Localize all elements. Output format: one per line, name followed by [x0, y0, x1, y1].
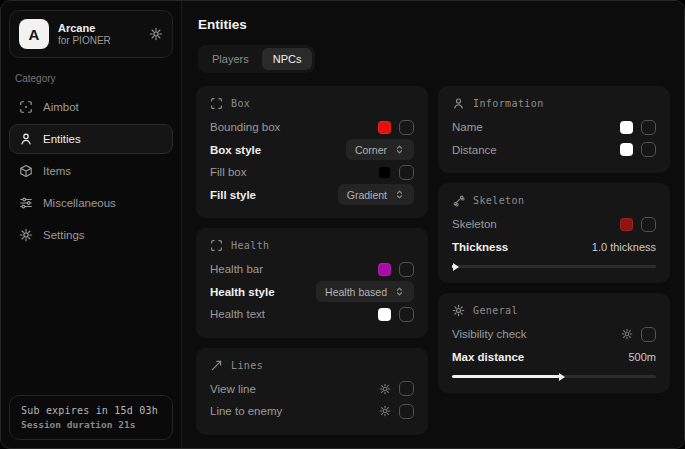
card-title: Skeleton — [473, 195, 524, 206]
sidebar: A Arcane for PIONER Category Aimbot — [1, 1, 182, 448]
corner-brackets-icon — [210, 97, 223, 110]
setting-label: Health text — [210, 308, 265, 320]
thickness-value: 1.0 thickness — [592, 241, 656, 253]
setting-label: Bounding box — [210, 121, 280, 133]
slider-fill — [452, 375, 560, 378]
setting-row: Name — [452, 116, 656, 139]
setting-row: View line — [210, 378, 414, 401]
gear-icon[interactable] — [621, 328, 633, 340]
setting-row: Fill style Gradient — [210, 184, 414, 207]
distance-checkbox[interactable] — [641, 142, 656, 157]
sidebar-item-miscellaneous[interactable]: Miscellaneous — [9, 188, 173, 218]
gear-icon — [452, 304, 465, 317]
setting-label: Name — [452, 121, 483, 133]
card-title: General — [473, 305, 518, 316]
bone-icon — [452, 194, 465, 207]
unfold-icon — [394, 144, 405, 155]
card-title: Information — [473, 98, 544, 109]
gear-icon[interactable] — [379, 405, 391, 417]
setting-row: Distance — [452, 139, 656, 162]
subscription-info: Sub expires in 15d 03h Session duration … — [9, 395, 173, 440]
name-checkbox[interactable] — [641, 120, 656, 135]
setting-row: Visibility check — [452, 323, 656, 346]
box-card: Box Bounding box Box style Corner — [196, 86, 428, 218]
setting-row: Thickness 1.0 thickness — [452, 236, 656, 259]
box-card-header: Box — [210, 97, 414, 110]
setting-label: Health bar — [210, 263, 263, 275]
fill-style-select[interactable]: Gradient — [338, 184, 414, 205]
unfold-icon — [394, 189, 405, 200]
visibility-check-checkbox[interactable] — [641, 327, 656, 342]
setting-row: Box style Corner — [210, 139, 414, 162]
sub-expires-text: Sub expires in 15d 03h — [21, 405, 161, 416]
app-header: A Arcane for PIONER — [9, 10, 173, 58]
sidebar-item-label: Entities — [43, 133, 81, 145]
diagonal-line-icon — [210, 359, 223, 372]
general-card: General Visibility check Max distance — [438, 293, 670, 393]
slider-handle[interactable] — [453, 263, 459, 271]
color-swatch[interactable] — [378, 263, 391, 276]
gear-icon[interactable] — [149, 27, 163, 41]
right-column: Information Name Distance — [438, 86, 670, 393]
person-icon — [452, 97, 465, 110]
select-value: Corner — [355, 144, 387, 156]
card-title: Box — [231, 98, 250, 109]
health-style-select[interactable]: Health based — [316, 281, 414, 302]
color-swatch[interactable] — [620, 143, 633, 156]
slider-handle[interactable] — [559, 373, 565, 381]
box-style-select[interactable]: Corner — [346, 139, 414, 160]
setting-label: Health style — [210, 286, 275, 298]
color-swatch[interactable] — [378, 308, 391, 321]
lines-card-header: Lines — [210, 359, 414, 372]
sidebar-item-label: Aimbot — [43, 101, 79, 113]
tab-players[interactable]: Players — [201, 48, 260, 70]
thickness-slider[interactable] — [452, 265, 656, 268]
color-swatch[interactable] — [620, 121, 633, 134]
general-card-header: General — [452, 304, 656, 317]
color-swatch[interactable] — [378, 166, 391, 179]
view-line-checkbox[interactable] — [399, 381, 414, 396]
aimbot-crosshair-icon — [19, 100, 33, 114]
arcane-window: A Arcane for PIONER Category Aimbot — [0, 0, 685, 449]
main-panel: Entities Players NPCs Box Bounding box — [182, 1, 684, 448]
setting-row: Bounding box — [210, 116, 414, 139]
unfold-icon — [394, 286, 405, 297]
skeleton-card-header: Skeleton — [452, 194, 656, 207]
select-value: Gradient — [347, 189, 387, 201]
cards-grid: Box Bounding box Box style Corner — [196, 86, 670, 435]
app-meta: Arcane for PIONER — [58, 22, 111, 46]
skeleton-checkbox[interactable] — [641, 217, 656, 232]
gear-icon — [19, 228, 33, 242]
lines-card: Lines View line Line to enemy — [196, 348, 428, 435]
setting-label: View line — [210, 383, 256, 395]
skeleton-card: Skeleton Skeleton Thickness 1.0 thicknes… — [438, 183, 670, 283]
line-to-enemy-checkbox[interactable] — [399, 404, 414, 419]
page-title: Entities — [198, 17, 670, 32]
tab-npcs[interactable]: NPCs — [262, 48, 313, 70]
setting-label: Skeleton — [452, 218, 497, 230]
setting-row: Health text — [210, 303, 414, 326]
sidebar-item-settings[interactable]: Settings — [9, 220, 173, 250]
setting-row: Skeleton — [452, 213, 656, 236]
tab-group: Players NPCs — [198, 45, 315, 73]
fill-box-checkbox[interactable] — [399, 165, 414, 180]
max-distance-slider[interactable] — [452, 375, 656, 378]
health-text-checkbox[interactable] — [399, 307, 414, 322]
sidebar-item-label: Settings — [43, 229, 85, 241]
sidebar-item-entities[interactable]: Entities — [9, 124, 173, 154]
setting-row: Fill box — [210, 161, 414, 184]
color-swatch[interactable] — [378, 121, 391, 134]
gear-icon[interactable] — [379, 383, 391, 395]
setting-label: Thickness — [452, 241, 508, 253]
setting-label: Distance — [452, 144, 497, 156]
left-column: Box Bounding box Box style Corner — [196, 86, 428, 435]
health-bar-checkbox[interactable] — [399, 262, 414, 277]
color-swatch[interactable] — [620, 218, 633, 231]
setting-label: Visibility check — [452, 328, 527, 340]
bounding-box-checkbox[interactable] — [399, 120, 414, 135]
card-title: Lines — [231, 360, 263, 371]
sidebar-item-items[interactable]: Items — [9, 156, 173, 186]
setting-row: Health bar — [210, 258, 414, 281]
sidebar-item-aimbot[interactable]: Aimbot — [9, 92, 173, 122]
setting-label: Fill box — [210, 166, 246, 178]
